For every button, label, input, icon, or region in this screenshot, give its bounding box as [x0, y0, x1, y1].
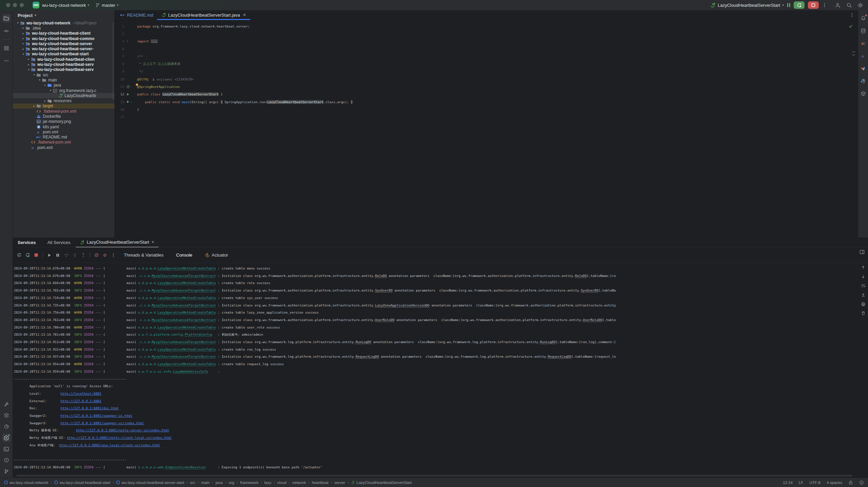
step-into-icon[interactable] — [72, 252, 77, 258]
structure-tool-button[interactable] — [2, 44, 11, 52]
tree-item-wu-lazy-cloud-heartbeat-client[interactable]: ▸wu-lazy-cloud-heartbeat-client — [13, 31, 114, 36]
tree-item-wu-lazy-cloud-heartbeat-serv[interactable]: ▸wu-lazy-cloud-heartbeat-serv — [13, 62, 114, 67]
project-selector[interactable]: wu-lazy-cloud-network ▾ — [42, 3, 89, 8]
close-tab-icon[interactable]: ✕ — [243, 13, 246, 17]
chevron-down-icon[interactable]: ▾ — [37, 78, 42, 81]
tree-item--idea[interactable]: ▸.idea — [13, 25, 114, 31]
gutter-run-icon[interactable] — [126, 93, 134, 96]
tab-all-services[interactable]: All Services — [43, 238, 75, 247]
database-tool-button[interactable] — [859, 27, 867, 35]
breadcrumb-item[interactable]: java — [216, 481, 223, 485]
chevron-right-icon[interactable]: ▸ — [21, 42, 25, 45]
more-options-icon[interactable] — [822, 3, 827, 7]
indent-setting[interactable]: 4 spaces — [827, 481, 842, 485]
tree-item-lazycloudheartb[interactable]: LazyCloudHeartb — [13, 93, 114, 98]
breadcrumb[interactable]: wu-lazy-cloud-network›wu-lazy-cloud-hear… — [4, 481, 412, 485]
tree-item-k8s-yaml[interactable]: k8s.yaml — [13, 124, 114, 129]
tree-item-readme-md[interactable]: MREADME.md — [13, 135, 114, 140]
chevron-right-icon[interactable]: ▸ — [43, 99, 47, 102]
chevron-right-icon[interactable]: ▸ — [21, 37, 25, 40]
tree-item--flattened-pom-xml[interactable]: .flattened-pom.xml — [13, 140, 114, 145]
view-breakpoints-icon[interactable] — [102, 252, 108, 258]
chevron-down-icon[interactable]: ▾ — [21, 53, 25, 56]
resume-icon[interactable] — [47, 252, 52, 258]
tab-main-class[interactable]: LazyCloudHeartbeatServerStart.java ✕ — [157, 10, 250, 20]
notifications-button[interactable] — [859, 14, 867, 22]
chevron-right-icon[interactable]: ▸ — [32, 105, 36, 108]
console-link[interactable]: http://127.0.0.1:6001/netty-server-ui/in… — [76, 428, 169, 432]
soft-wrap-icon[interactable] — [861, 283, 866, 288]
console-link[interactable]: http://127.0.0.1:6001/netty-client-local… — [67, 436, 172, 439]
code-line-2[interactable]: 2 — [115, 30, 858, 37]
console-link[interactable]: http://127.0.0.1:6001/swagger-ui/index.h… — [60, 421, 144, 425]
tab-run-session[interactable]: LazyCloudHeartbeatServerStart ✕ — [76, 238, 158, 247]
problems-tool-button[interactable] — [2, 456, 11, 464]
close-tab-icon[interactable]: ✕ — [151, 240, 154, 244]
stop-icon[interactable] — [33, 252, 39, 258]
maximize-window-icon[interactable] — [20, 3, 24, 7]
tree-item-wu-lazy-cloud-heartbeat-server[interactable]: ▸wu-lazy-cloud-heartbeat-server — [13, 41, 114, 46]
console-link[interactable]: http://127.0.0.1:6001 — [60, 399, 101, 403]
breadcrumb-item[interactable]: src — [190, 481, 195, 485]
plugin-tool-button-2[interactable] — [859, 64, 867, 73]
unlock-icon[interactable] — [848, 480, 853, 485]
run-config-selector[interactable]: LazyCloudHeartbeatServerStart ▾ — [710, 2, 784, 8]
stop-button[interactable] — [808, 1, 819, 9]
step-over-icon[interactable] — [63, 252, 69, 258]
console-output[interactable]: 2024-09-28T11:13:14.670+08:00 WARN 25354… — [13, 263, 868, 477]
chevron-down-icon[interactable]: ▾ — [48, 89, 53, 92]
breadcrumb-item[interactable]: server — [334, 481, 345, 485]
print-icon[interactable] — [861, 302, 866, 306]
chevron-down-icon[interactable]: ▾ — [35, 14, 36, 17]
python-packages-button[interactable] — [859, 77, 867, 85]
code-line-16[interactable]: 16} — [115, 106, 858, 113]
breadcrumb-item[interactable]: wu-lazy-cloud-heartbeat-start — [54, 481, 110, 485]
git-tool-button[interactable] — [2, 467, 11, 475]
tree-item-java[interactable]: ▾java — [13, 83, 114, 88]
code-line-6[interactable]: 6 — [115, 45, 858, 53]
breadcrumb-item[interactable]: LazyCloudHeartbeatServerStart — [351, 481, 412, 485]
caret-position[interactable]: 12:14 — [783, 481, 793, 485]
console-horizontal-scrollbar[interactable] — [16, 475, 852, 476]
code-line-7[interactable]: 7/** — [115, 53, 858, 60]
breadcrumb-item[interactable]: wu-lazy-cloud-heartbeat-server-start — [116, 481, 184, 485]
code-line-17[interactable]: 17 — [115, 113, 858, 121]
code-line-8[interactable]: 8 * 云上云下-云上心跳服务器 — [115, 60, 858, 68]
rerun-button[interactable] — [794, 1, 805, 9]
breadcrumb-item[interactable]: framework — [240, 481, 258, 485]
branch-selector[interactable]: master ▾ — [95, 3, 118, 8]
code-line-1[interactable]: 1package org.framework.lazy.cloud.networ… — [115, 22, 858, 30]
scroll-down-icon[interactable] — [861, 274, 866, 279]
code-line-13[interactable]: 13❭ public static void main(String[] arg… — [115, 98, 858, 106]
breadcrumb-item[interactable]: wu-lazy-cloud-network — [4, 481, 48, 485]
tab-readme[interactable]: M README.md — [116, 10, 157, 20]
file-encoding[interactable]: UTF-8 — [809, 481, 820, 485]
window-controls[interactable] — [6, 3, 24, 7]
terminal-tool-button[interactable] — [2, 445, 11, 453]
chevron-right-icon[interactable]: ▸ — [21, 32, 25, 35]
tree-item-dockerfile[interactable]: Dockerfile — [13, 114, 114, 119]
code-line-9[interactable]: 9 */ — [115, 68, 858, 75]
tree-item-wu-lazy-cloud-heartbeat-clien[interactable]: ▸wu-lazy-cloud-heartbeat-clien — [13, 57, 114, 62]
console-link[interactable]: http://127.0.0.1:6001/acw-local-client-u… — [59, 443, 160, 447]
tree-item-wu-lazy-cloud-heartbeat-server-[interactable]: ▸wu-lazy-cloud-heartbeat-server- — [13, 46, 114, 51]
search-icon[interactable] — [846, 2, 852, 8]
add-user-icon[interactable] — [835, 2, 841, 8]
tab-console[interactable]: Console — [171, 252, 197, 258]
scroll-up-icon[interactable] — [861, 265, 866, 270]
tree-item-wu-lazy-cloud-network[interactable]: ▾wu-lazy-cloud-network~/IdeaProject — [13, 20, 114, 25]
minimize-window-icon[interactable] — [13, 3, 17, 7]
step-out-icon[interactable] — [80, 252, 86, 258]
error-indicator-icon[interactable] — [859, 480, 864, 485]
commit-tool-button[interactable] — [2, 27, 11, 35]
tree-item-pom-xml[interactable]: mpom.xml — [13, 129, 114, 134]
clear-console-icon[interactable] — [861, 311, 866, 316]
chevron-down-icon[interactable]: ▾ — [43, 84, 47, 87]
tree-item-src[interactable]: ▾src — [13, 72, 114, 77]
tree-scrollbar[interactable] — [113, 22, 114, 100]
profiler-tool-button[interactable] — [2, 423, 11, 431]
chevron-down-icon[interactable]: ▾ — [26, 68, 31, 71]
breadcrumb-item[interactable]: main — [201, 481, 210, 485]
tree-item--flattened-pom-xml[interactable]: .flattened-pom.xml — [13, 109, 114, 114]
rerun-icon[interactable] — [16, 252, 22, 258]
